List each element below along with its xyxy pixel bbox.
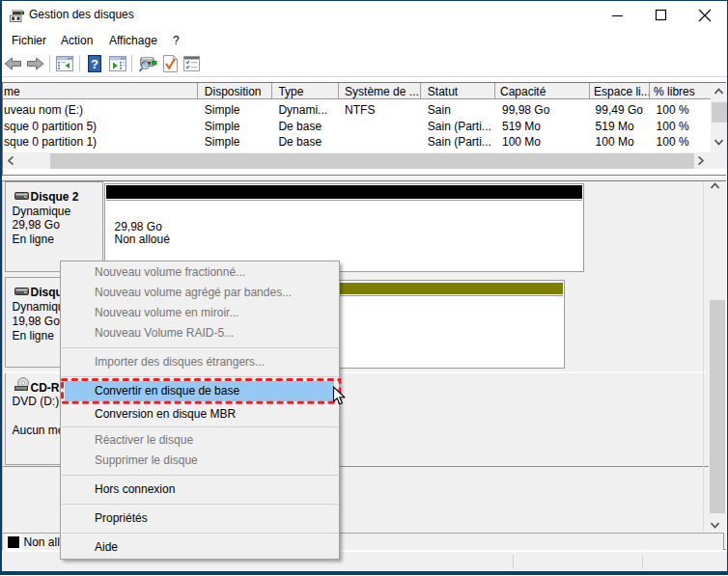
svg-text:?: ? bbox=[91, 57, 98, 71]
